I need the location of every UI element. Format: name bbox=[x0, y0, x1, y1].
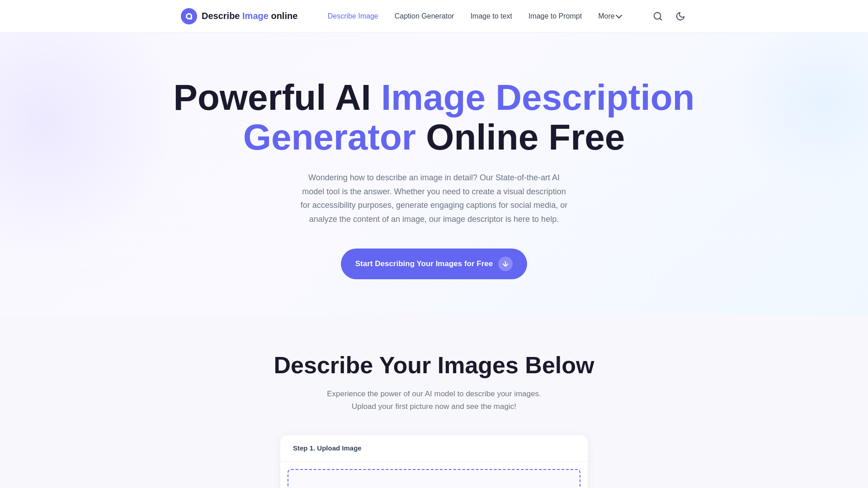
svg-line-3 bbox=[660, 18, 661, 20]
section-subtitle: Experience the power of our AI model to … bbox=[316, 388, 552, 412]
svg-point-1 bbox=[187, 14, 191, 18]
nav-item-describe-image[interactable]: Describe Image bbox=[328, 12, 378, 20]
upload-step-label: Step 1. Upload Image bbox=[293, 444, 362, 452]
cta-button[interactable]: Start Describing Your Images for Free bbox=[341, 249, 528, 279]
moon-icon bbox=[675, 11, 685, 21]
hero-section: Powerful AI Image Description Generator … bbox=[0, 33, 868, 315]
hero-subtitle: Wondering how to describe an image in de… bbox=[298, 171, 570, 226]
upload-card-header: Step 1. Upload Image bbox=[280, 435, 588, 462]
navbar: Describe Image online Describe Image Cap… bbox=[0, 0, 868, 33]
section-title: Describe Your Images Below bbox=[274, 352, 594, 379]
search-button[interactable] bbox=[651, 9, 665, 23]
chevron-down-icon bbox=[616, 12, 622, 18]
search-icon bbox=[653, 11, 663, 21]
nav-item-image-to-text[interactable]: Image to text bbox=[470, 12, 512, 20]
nav-item-image-to-prompt[interactable]: Image to Prompt bbox=[528, 12, 582, 20]
nav-item-caption-generator[interactable]: Caption Generator bbox=[395, 12, 454, 20]
upload-card: Step 1. Upload Image bbox=[280, 435, 588, 488]
dark-mode-button[interactable] bbox=[674, 9, 687, 23]
nav-actions bbox=[651, 9, 687, 23]
nav-links: Describe Image Caption Generator Image t… bbox=[328, 12, 621, 20]
logo-icon bbox=[181, 8, 197, 24]
hero-title: Powerful AI Image Description Generator … bbox=[174, 78, 695, 157]
nav-item-more[interactable]: More bbox=[598, 12, 621, 20]
upload-area[interactable] bbox=[288, 469, 580, 488]
cta-button-label: Start Describing Your Images for Free bbox=[355, 259, 493, 268]
logo-text: Describe Image online bbox=[202, 11, 297, 21]
describe-section: Describe Your Images Below Experience th… bbox=[0, 315, 868, 488]
download-icon bbox=[498, 257, 513, 271]
logo[interactable]: Describe Image online bbox=[181, 8, 297, 24]
